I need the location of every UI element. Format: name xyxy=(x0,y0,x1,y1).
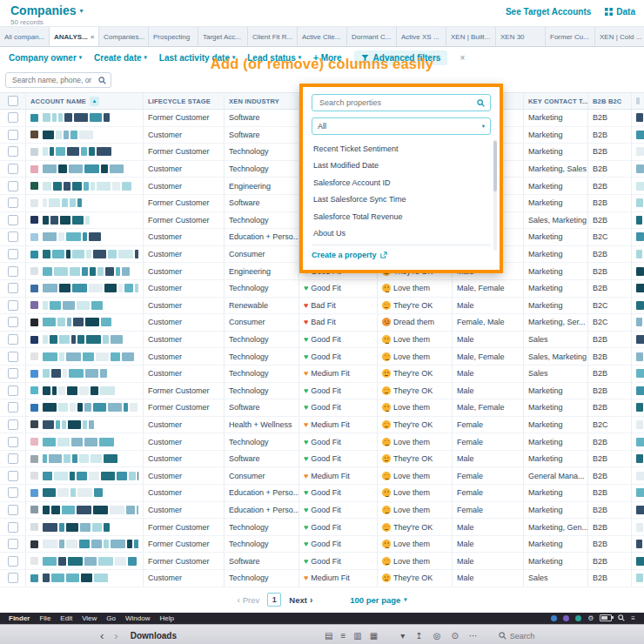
row-checkbox[interactable] xyxy=(8,453,18,464)
column-view-icon[interactable]: ▥ xyxy=(353,631,361,641)
spotlight-icon[interactable] xyxy=(618,614,625,621)
tab-7[interactable]: Dormant C... xyxy=(347,27,397,46)
menu-item-help[interactable]: Help xyxy=(159,614,173,622)
tab-8[interactable]: Active XS ... xyxy=(397,27,446,46)
cell-account-name[interactable] xyxy=(26,263,144,279)
filter-last-activity-date[interactable]: Last activity date▾ xyxy=(159,53,235,63)
cell-account-name[interactable] xyxy=(26,298,144,314)
icon-view-icon[interactable]: ▤ xyxy=(325,631,332,641)
page-size-select[interactable]: 100 per page▾ xyxy=(350,595,406,605)
cell-account-name[interactable] xyxy=(26,127,144,144)
cell-account-name[interactable] xyxy=(26,417,144,433)
property-item[interactable]: About Us xyxy=(312,225,491,243)
tag-icon[interactable]: ◎ xyxy=(433,631,441,641)
cell-account-name[interactable] xyxy=(26,280,144,297)
column-header-partial[interactable] xyxy=(632,93,644,109)
row-checkbox[interactable] xyxy=(8,487,18,498)
status-app-icon[interactable] xyxy=(563,615,569,621)
battery-icon[interactable] xyxy=(600,614,612,621)
cell-account-name[interactable] xyxy=(26,195,144,211)
current-page-button[interactable]: 1 xyxy=(267,593,281,607)
cell-account-name[interactable] xyxy=(26,314,144,331)
column-header-account-name[interactable]: ACCOUNT NAME ▲ xyxy=(26,93,144,109)
cell-account-name[interactable] xyxy=(26,399,144,416)
menu-item-file[interactable]: File xyxy=(39,614,50,622)
row-checkbox[interactable] xyxy=(8,437,18,447)
cell-account-name[interactable] xyxy=(26,212,144,229)
more-icon[interactable]: ⋯ xyxy=(469,631,478,641)
tab-9[interactable]: XEN | Built... xyxy=(446,27,496,46)
tab-close-icon[interactable]: × xyxy=(91,33,95,41)
row-checkbox[interactable] xyxy=(8,334,18,345)
tab-6[interactable]: Active Clie... xyxy=(298,27,347,46)
see-target-accounts-link[interactable]: See Target Accounts xyxy=(506,7,591,17)
property-item[interactable]: Salesforce Account ID xyxy=(312,174,491,191)
tab-12[interactable]: XEN | Cold ... xyxy=(595,27,644,46)
cell-account-name[interactable] xyxy=(26,553,144,569)
status-app-icon[interactable] xyxy=(575,615,581,621)
property-item[interactable]: Last Modified Date xyxy=(312,158,491,175)
cell-account-name[interactable] xyxy=(26,433,144,450)
row-checkbox[interactable] xyxy=(8,112,18,123)
tab-3[interactable]: Prospecting xyxy=(149,27,198,46)
cell-account-name[interactable] xyxy=(26,246,144,263)
cell-account-name[interactable] xyxy=(26,451,144,467)
cell-account-name[interactable] xyxy=(26,536,144,553)
more-filters-button[interactable]: + More xyxy=(313,53,342,63)
next-page-button[interactable]: Next› xyxy=(289,595,312,605)
row-checkbox[interactable] xyxy=(8,402,18,413)
table-search[interactable] xyxy=(5,72,111,88)
row-checkbox[interactable] xyxy=(8,471,18,481)
advanced-filters-button[interactable]: Advanced filters xyxy=(354,50,448,65)
share-icon[interactable]: ↥ xyxy=(415,631,422,641)
row-checkbox[interactable] xyxy=(8,522,18,533)
row-checkbox[interactable] xyxy=(8,181,18,191)
tab-10[interactable]: XEN 30 xyxy=(496,27,546,46)
cell-account-name[interactable] xyxy=(26,485,144,501)
prev-page-button[interactable]: ‹Prev xyxy=(237,595,259,605)
row-checkbox[interactable] xyxy=(8,146,18,157)
gallery-view-icon[interactable]: ▦ xyxy=(370,631,378,641)
column-header-lifecycle-stage[interactable]: LIFECYCLE STAGE xyxy=(144,93,225,109)
status-app-icon[interactable] xyxy=(551,615,557,621)
gear-icon[interactable]: ⚙ xyxy=(587,614,594,622)
data-link[interactable]: Data xyxy=(605,7,635,17)
tab-5[interactable]: Client Fit R... xyxy=(248,27,298,46)
cell-account-name[interactable] xyxy=(26,161,144,178)
finder-search[interactable]: Search xyxy=(499,632,535,641)
row-checkbox[interactable] xyxy=(8,231,18,242)
menu-item-finder[interactable]: Finder xyxy=(9,614,30,622)
row-checkbox[interactable] xyxy=(8,556,18,567)
cell-account-name[interactable] xyxy=(26,519,144,535)
control-center-icon[interactable]: ≡ xyxy=(631,614,635,622)
column-header-key-contact[interactable]: KEY CONTACT T... xyxy=(524,93,588,109)
back-button[interactable]: ‹ xyxy=(100,629,104,642)
cell-account-name[interactable] xyxy=(26,570,144,587)
row-checkbox[interactable] xyxy=(8,573,18,583)
row-checkbox[interactable] xyxy=(8,283,18,293)
property-item[interactable]: Salesforce Total Revenue xyxy=(312,208,491,225)
create-property-link[interactable]: Create a property xyxy=(312,251,491,259)
row-checkbox[interactable] xyxy=(8,164,18,174)
row-checkbox[interactable] xyxy=(8,266,18,277)
row-checkbox[interactable] xyxy=(8,386,18,396)
row-checkbox[interactable] xyxy=(8,505,18,515)
row-checkbox[interactable] xyxy=(8,249,18,259)
cell-account-name[interactable] xyxy=(26,178,144,194)
cell-account-name[interactable] xyxy=(26,348,144,365)
chevron-down-icon[interactable]: ▾ xyxy=(79,7,83,15)
table-search-input[interactable] xyxy=(10,75,96,85)
list-view-icon[interactable]: ≡ xyxy=(340,631,345,641)
row-checkbox[interactable] xyxy=(8,130,18,140)
cell-account-name[interactable] xyxy=(26,467,144,484)
cell-account-name[interactable] xyxy=(26,366,144,382)
popup-search-input[interactable] xyxy=(318,97,473,108)
menu-item-go[interactable]: Go xyxy=(106,614,116,622)
cell-account-name[interactable] xyxy=(26,332,144,348)
property-item[interactable]: Last Salesforce Sync Time xyxy=(312,191,491,209)
menu-item-view[interactable]: View xyxy=(82,614,97,622)
group-by-icon[interactable]: ▾ xyxy=(400,631,405,641)
row-checkbox[interactable] xyxy=(8,539,18,549)
popup-search[interactable] xyxy=(312,94,491,111)
row-checkbox[interactable] xyxy=(8,368,18,379)
